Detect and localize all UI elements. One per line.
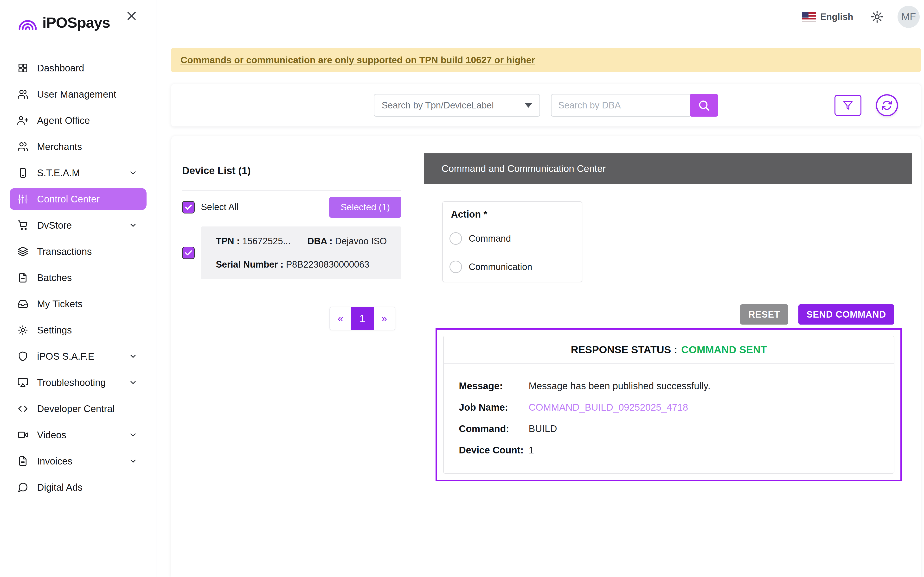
sidebar-item-dashboard[interactable]: Dashboard bbox=[10, 57, 147, 79]
response-rows: Message: Message has been published succ… bbox=[444, 364, 894, 456]
gear-icon bbox=[17, 324, 28, 335]
reset-button[interactable]: RESET bbox=[740, 305, 788, 324]
sidebar-item-label: Agent Office bbox=[37, 115, 90, 126]
gear-icon[interactable] bbox=[870, 10, 884, 24]
sidebar-item-label: Batches bbox=[37, 272, 72, 283]
response-row-job-name: Job Name: COMMAND_BUILD_09252025_4718 bbox=[459, 402, 894, 413]
sidebar-item-label: Settings bbox=[37, 325, 72, 335]
divider bbox=[216, 253, 392, 253]
screen-share-icon bbox=[17, 377, 28, 388]
device-card[interactable]: TPN : 15672525... DBA : Dejavoo ISO Seri… bbox=[201, 226, 401, 279]
divider bbox=[182, 190, 401, 191]
sidebar-item-troubleshooting[interactable]: Troubleshooting bbox=[10, 371, 147, 393]
search-button[interactable] bbox=[690, 94, 718, 117]
file-text-icon bbox=[17, 456, 28, 467]
dba-search bbox=[551, 94, 718, 117]
caret-down-icon bbox=[525, 103, 532, 108]
sidebar-item-control-center[interactable]: Control Center bbox=[10, 188, 147, 210]
notice-banner-link[interactable]: Commands or communication are only suppo… bbox=[181, 55, 535, 65]
device-checkbox[interactable] bbox=[182, 247, 195, 259]
chevron-down-icon bbox=[129, 352, 137, 361]
pagination-next-button[interactable]: » bbox=[374, 307, 395, 330]
sidebar-item-label: My Tickets bbox=[37, 298, 82, 309]
refresh-button[interactable] bbox=[876, 94, 898, 116]
sidebar-item-steam[interactable]: S.T.E.A.M bbox=[10, 162, 147, 184]
chat-bubble-icon bbox=[17, 482, 28, 493]
shield-icon bbox=[17, 351, 28, 362]
search-type-dropdown[interactable]: Search by Tpn/DeviceLabel bbox=[374, 94, 540, 117]
content-card: Device List (1) Select All Selected (1) bbox=[171, 136, 921, 577]
sidebar-item-user-management[interactable]: User Management bbox=[10, 83, 147, 105]
sidebar-item-label: User Management bbox=[37, 89, 116, 100]
selected-count-button[interactable]: Selected (1) bbox=[329, 197, 401, 218]
sidebar: iPOSpays Dashboard User Management bbox=[0, 0, 157, 577]
search-toolbar: Search by Tpn/DeviceLabel bbox=[171, 84, 921, 126]
sidebar-item-settings[interactable]: Settings bbox=[10, 319, 147, 341]
sidebar-item-digital-ads[interactable]: Digital Ads bbox=[10, 476, 147, 498]
search-icon bbox=[698, 99, 710, 111]
device-info-line: TPN : 15672525... DBA : Dejavoo ISO bbox=[216, 236, 392, 247]
users-icon bbox=[17, 141, 28, 152]
sidebar-item-batches[interactable]: Batches bbox=[10, 267, 147, 289]
pagination: « 1 » bbox=[182, 307, 395, 330]
smartphone-icon bbox=[17, 167, 28, 178]
shopping-cart-icon bbox=[17, 220, 28, 231]
sidebar-item-ipos-safe[interactable]: iPOS S.A.F.E bbox=[10, 345, 147, 367]
funnel-icon bbox=[842, 100, 853, 111]
sidebar-item-transactions[interactable]: Transactions bbox=[10, 240, 147, 263]
file-minus-icon bbox=[17, 272, 28, 283]
response-card: RESPONSE STATUS : COMMAND SENT Message: … bbox=[443, 335, 894, 474]
dashboard-icon bbox=[17, 63, 28, 74]
inbox-icon bbox=[17, 298, 28, 309]
pagination-page-1[interactable]: 1 bbox=[351, 307, 374, 330]
user-plus-icon bbox=[17, 115, 28, 126]
radio-label: Command bbox=[469, 234, 511, 244]
response-row-command: Command: BUILD bbox=[459, 423, 894, 434]
sidebar-item-label: Troubleshooting bbox=[37, 377, 106, 388]
chevron-down-icon bbox=[129, 430, 137, 439]
sidebar-item-invoices[interactable]: Invoices bbox=[10, 450, 147, 472]
radio-option-command[interactable]: Command bbox=[449, 232, 582, 245]
notice-banner: Commands or communication are only suppo… bbox=[171, 48, 921, 72]
radio-button[interactable] bbox=[449, 261, 462, 273]
sidebar-item-merchants[interactable]: Merchants bbox=[10, 135, 147, 158]
close-sidebar-icon[interactable] bbox=[126, 10, 137, 22]
device-dba: DBA : Dejavoo ISO bbox=[307, 236, 387, 247]
topbar: English MF bbox=[171, 0, 921, 34]
pagination-prev-button[interactable]: « bbox=[330, 307, 351, 330]
sidebar-item-dvstore[interactable]: DvStore bbox=[10, 214, 147, 236]
response-row-device-count: Device Count: 1 bbox=[459, 445, 894, 456]
sidebar-item-developer-central[interactable]: Developer Central bbox=[10, 398, 147, 420]
sidebar-item-label: Videos bbox=[37, 430, 66, 440]
language-selector[interactable]: English bbox=[820, 12, 853, 22]
sidebar-item-my-tickets[interactable]: My Tickets bbox=[10, 293, 147, 315]
search-type-value: Search by Tpn/DeviceLabel bbox=[382, 100, 494, 111]
response-status-value: COMMAND SENT bbox=[681, 344, 767, 356]
sliders-icon bbox=[17, 193, 28, 205]
radio-option-communication[interactable]: Communication bbox=[449, 261, 582, 273]
sidebar-item-label: Invoices bbox=[37, 456, 73, 467]
job-name-link[interactable]: COMMAND_BUILD_09252025_4718 bbox=[529, 402, 688, 413]
sidebar-item-label: DvStore bbox=[37, 220, 72, 231]
us-flag-icon bbox=[802, 12, 816, 22]
sidebar-item-agent-office[interactable]: Agent Office bbox=[10, 110, 147, 132]
select-all-checkbox[interactable] bbox=[182, 201, 195, 213]
radio-button[interactable] bbox=[449, 232, 462, 245]
sidebar-item-label: Control Center bbox=[37, 194, 100, 205]
sidebar-item-label: Developer Central bbox=[37, 403, 115, 414]
command-panel: Command and Communication Center Action … bbox=[424, 136, 912, 577]
response-row-message: Message: Message has been published succ… bbox=[459, 380, 894, 392]
sidebar-item-videos[interactable]: Videos bbox=[10, 424, 147, 446]
chevron-down-icon bbox=[129, 378, 137, 387]
search-group: Search by Tpn/DeviceLabel bbox=[374, 94, 718, 117]
users-icon bbox=[17, 89, 28, 100]
pagination-group: « 1 » bbox=[330, 307, 395, 330]
filter-button[interactable] bbox=[835, 95, 861, 116]
brand-name: iPOSpays bbox=[42, 14, 110, 31]
code-icon bbox=[17, 403, 28, 414]
avatar[interactable]: MF bbox=[898, 6, 920, 28]
search-dba-input[interactable] bbox=[551, 94, 690, 117]
app-window: iPOSpays Dashboard User Management bbox=[0, 0, 924, 577]
command-panel-header: Command and Communication Center bbox=[424, 153, 912, 184]
send-command-button[interactable]: SEND COMMAND bbox=[798, 305, 894, 324]
